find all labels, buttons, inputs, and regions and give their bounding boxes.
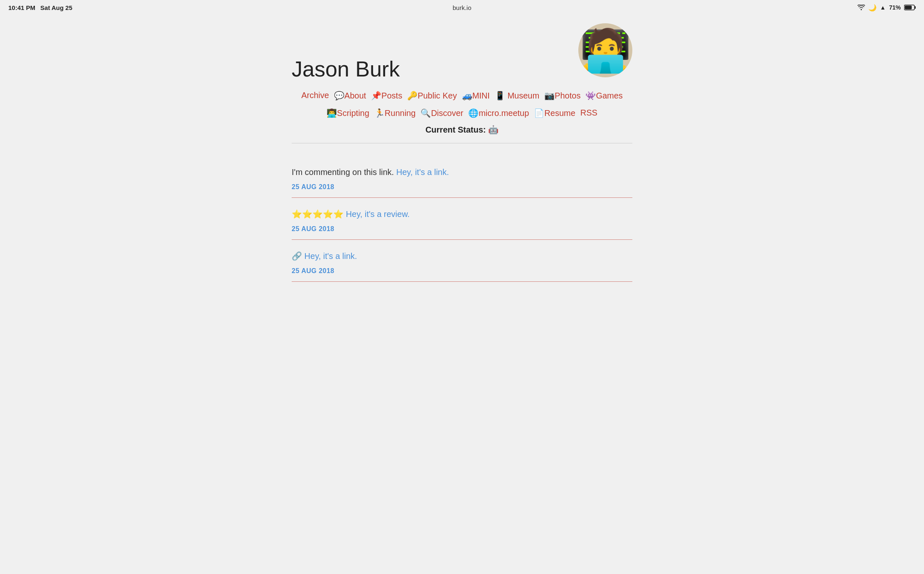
- nav-mini[interactable]: 🚙MINI: [460, 90, 491, 101]
- nav-resume[interactable]: 📄Resume: [532, 107, 577, 119]
- nav-running[interactable]: 🏃Running: [373, 107, 418, 119]
- post-1-link[interactable]: Hey, it's a link.: [396, 168, 449, 177]
- nav-archive[interactable]: Archive: [300, 90, 331, 101]
- post-1: I'm commenting on this link. Hey, it's a…: [292, 156, 632, 198]
- nav-photos[interactable]: 📷Photos: [543, 90, 582, 101]
- status-bar-right: 🌙 ▲ 71%: [858, 4, 916, 12]
- nav-rss[interactable]: RSS: [579, 107, 599, 119]
- post-2-divider: [292, 239, 632, 240]
- nav-games[interactable]: 👾Games: [584, 90, 624, 101]
- post-3-icon: 🔗: [292, 251, 305, 261]
- battery-percentage: 71%: [889, 4, 901, 11]
- post-3-divider: [292, 281, 632, 282]
- nav-micromeetup[interactable]: 🌐micro.meetup: [467, 107, 531, 119]
- main-divider: [292, 143, 632, 143]
- nav-links: Archive 💬About 📌Posts 🔑Public Key 🚙MINI …: [292, 90, 632, 119]
- nav-museum[interactable]: 📱 Museum: [493, 90, 541, 101]
- avatar: 🧑‍💻: [578, 23, 632, 77]
- posts-list: I'm commenting on this link. Hey, it's a…: [292, 156, 632, 282]
- moon-icon: 🌙: [868, 4, 877, 12]
- post-3: 🔗 Hey, it's a link. 25 AUG 2018: [292, 240, 632, 282]
- post-1-divider: [292, 197, 632, 198]
- post-2: ⭐⭐⭐⭐⭐ Hey, it's a review. 25 AUG 2018: [292, 198, 632, 240]
- status-bar: 10:41 PM Sat Aug 25 burk.io 🌙 ▲ 71%: [0, 0, 924, 15]
- post-1-prefix: I'm commenting on this link.: [292, 168, 396, 177]
- post-1-content: I'm commenting on this link. Hey, it's a…: [292, 156, 632, 178]
- wifi-icon: [858, 5, 865, 10]
- battery-icon: [904, 5, 916, 10]
- url-bar[interactable]: burk.io: [452, 4, 471, 11]
- post-3-link[interactable]: Hey, it's a link.: [305, 251, 357, 261]
- svg-rect-1: [915, 6, 916, 9]
- svg-rect-2: [905, 6, 912, 10]
- page-container: 🧑‍💻 Jason Burk Archive 💬About 📌Posts 🔑Pu…: [275, 15, 649, 307]
- nav-scripting[interactable]: 👨‍💻Scripting: [325, 107, 371, 119]
- post-3-content: 🔗 Hey, it's a link.: [292, 240, 632, 262]
- post-2-stars: ⭐⭐⭐⭐⭐: [292, 209, 346, 219]
- date: Sat Aug 25: [40, 4, 72, 11]
- nav-discover[interactable]: 🔍Discover: [419, 107, 465, 119]
- post-2-content: ⭐⭐⭐⭐⭐ Hey, it's a review.: [292, 198, 632, 220]
- nav-row-2: 👨‍💻Scripting 🏃Running 🔍Discover 🌐micro.m…: [292, 107, 632, 119]
- post-2-link[interactable]: Hey, it's a review.: [346, 209, 410, 219]
- nav-about[interactable]: 💬About: [332, 90, 368, 101]
- status-bar-left: 10:41 PM Sat Aug 25: [8, 4, 72, 11]
- avatar-container: 🧑‍💻: [578, 23, 632, 77]
- nav-row-1: Archive 💬About 📌Posts 🔑Public Key 🚙MINI …: [292, 90, 632, 101]
- post-1-date: 25 AUG 2018: [292, 183, 632, 191]
- time: 10:41 PM: [8, 4, 35, 11]
- post-3-date: 25 AUG 2018: [292, 267, 632, 275]
- location-icon: ▲: [880, 4, 886, 11]
- current-status: Current Status: 🤖: [292, 125, 632, 135]
- nav-public-key[interactable]: 🔑Public Key: [405, 90, 459, 101]
- nav-posts[interactable]: 📌Posts: [369, 90, 404, 101]
- post-2-date: 25 AUG 2018: [292, 225, 632, 233]
